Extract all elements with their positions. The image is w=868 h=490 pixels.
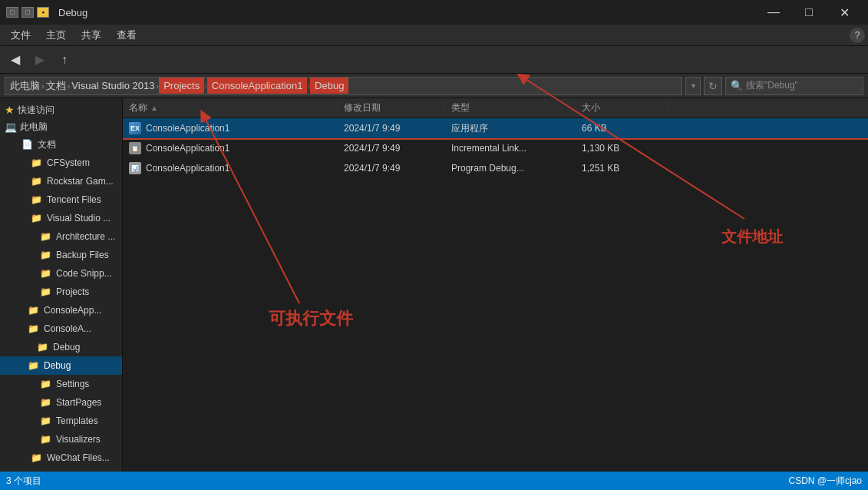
sidebar-debug-sub[interactable]: 📁 Debug	[0, 338, 122, 356]
sidebar-rockstar[interactable]: 📁 Rockstar Gam...	[0, 172, 122, 190]
col-header-name[interactable]: 名称 ▲	[123, 98, 338, 118]
file-row-pdb[interactable]: 📊 ConsoleApplication1 2024/1/7 9:49 Prog…	[123, 158, 868, 178]
folder-icon-docs: 📄	[21, 139, 33, 150]
tb-icon-3: ▪	[37, 7, 49, 18]
file-size-link: 1,130 KB	[576, 138, 668, 158]
sidebar-quick-access[interactable]: ★ 快速访问	[0, 101, 122, 118]
sidebar-start-label: StartPages	[56, 397, 101, 408]
maximize-button[interactable]: □	[791, 0, 827, 25]
file-size-exe-text: 66 KB	[582, 123, 607, 134]
folder-icon-vs: 📁	[31, 213, 42, 223]
file-type-pdb: Program Debug...	[445, 158, 576, 178]
sidebar-this-pc[interactable]: 💻 此电脑	[0, 118, 122, 135]
minimize-button[interactable]: —	[756, 0, 791, 25]
sidebar-consoleapp1[interactable]: 📁 ConsoleApp...	[0, 301, 122, 319]
path-segment-debug: Debug	[312, 79, 347, 92]
address-dropdown[interactable]: ▾	[685, 77, 701, 95]
up-button[interactable]: ↑	[54, 50, 75, 70]
file-type-exe: 应用程序	[445, 118, 576, 138]
sidebar-settings[interactable]: 📁 Settings	[0, 375, 122, 393]
folder-icon-rock: 📁	[31, 176, 42, 187]
back-button[interactable]: ◀	[5, 50, 26, 70]
status-brand: CSDN @一师cjao	[788, 475, 862, 488]
forward-button[interactable]: ▶	[29, 50, 51, 70]
path-sep-3: ›	[157, 81, 160, 91]
window-controls: — □ ✕	[756, 0, 862, 25]
file-list: EX ConsoleApplication1 2024/1/7 9:49 应用程…	[123, 118, 868, 472]
sidebar-startpages[interactable]: 📁 StartPages	[0, 393, 122, 412]
sidebar-documents[interactable]: 📄 文档	[0, 135, 122, 154]
folder-icon-settings: 📁	[40, 379, 51, 389]
path-segment-consoleapp: ConsoleApplication1	[209, 79, 306, 92]
file-name-pdb: 📊 ConsoleApplication1	[123, 158, 338, 178]
sidebar-architecture[interactable]: 📁 Architecture ...	[0, 227, 122, 246]
sidebar-projects-label: Projects	[56, 286, 89, 297]
path-segment-pc: 此电脑	[10, 79, 40, 93]
folder-icon-ca1: 📁	[28, 305, 39, 316]
file-type-link-text: Incremental Link...	[451, 143, 526, 154]
sidebar-wechat[interactable]: 📁 WeChat Files...	[0, 449, 122, 467]
sidebar-visualizers[interactable]: 📁 Visualizers	[0, 430, 122, 449]
sidebar-debug-selected[interactable]: 📁 Debug	[0, 356, 122, 375]
menu-view[interactable]: 查看	[109, 26, 144, 45]
file-date-pdb: 2024/1/7 9:49	[338, 158, 445, 178]
sidebar-tencent-label: Tencent Files	[47, 194, 101, 205]
address-path[interactable]: 此电脑 › 文档 › Visual Studio 2013 › Projects…	[5, 77, 682, 95]
file-row-link[interactable]: 📋 ConsoleApplication1 2024/1/7 9:49 Incr…	[123, 138, 868, 158]
folder-icon-ca: 📁	[28, 323, 39, 334]
sidebar-tencent[interactable]: 📁 Tencent Files	[0, 190, 122, 209]
sidebar-code-snippets[interactable]: 📁 Code Snipp...	[0, 264, 122, 283]
tb-icon-1: □	[6, 7, 18, 18]
address-bar: 此电脑 › 文档 › Visual Studio 2013 › Projects…	[0, 74, 868, 98]
sidebar-consolea[interactable]: 📁 ConsoleA...	[0, 319, 122, 338]
file-size-link-text: 1,130 KB	[582, 143, 619, 154]
sidebar-debug-sel-label: Debug	[44, 360, 71, 371]
col-header-type[interactable]: 类型	[445, 98, 576, 118]
refresh-button[interactable]: ↻	[704, 77, 722, 95]
sidebar-wechat-label: WeChat Files...	[47, 452, 110, 463]
sidebar-projects[interactable]: 📁 Projects	[0, 283, 122, 301]
col-header-size[interactable]: 大小	[576, 98, 668, 118]
main-area: ★ 快速访问 💻 此电脑 📄 文档 📁 CFSystem 📁 Rockstar …	[0, 98, 868, 472]
sidebar-ca1-label: ConsoleApp...	[44, 305, 101, 316]
sidebar-snip-label: Code Snipp...	[56, 268, 112, 279]
close-button[interactable]: ✕	[827, 0, 862, 25]
folder-icon-arch: 📁	[40, 231, 51, 242]
folder-icon-snip: 📁	[40, 268, 51, 279]
sidebar-cfsystem[interactable]: 📁 CFSystem	[0, 154, 122, 172]
link-icon: 📋	[129, 142, 141, 154]
path-sep-2: ›	[68, 81, 71, 91]
file-date-pdb-text: 2024/1/7 9:49	[344, 163, 400, 174]
help-icon[interactable]: ?	[850, 28, 865, 43]
menu-home[interactable]: 主页	[38, 26, 74, 45]
sidebar-cfsystem-label: CFSystem	[47, 157, 90, 168]
sidebar-documents-label: 文档	[38, 138, 56, 151]
file-size-pdb: 1,251 KB	[576, 158, 668, 178]
sidebar-quick-access-label: 快速访问	[18, 104, 54, 117]
path-sep-1: ›	[41, 81, 45, 91]
folder-icon-backup: 📁	[40, 250, 51, 260]
path-segment-docs: 文档	[46, 79, 66, 93]
search-placeholder: 搜索"Debug"	[746, 79, 798, 92]
menu-share[interactable]: 共享	[74, 26, 109, 45]
file-row-exe[interactable]: EX ConsoleApplication1 2024/1/7 9:49 应用程…	[123, 118, 868, 138]
title-bar: □ □ ▪ Debug — □ ✕	[0, 0, 868, 25]
sidebar-backup[interactable]: 📁 Backup Files	[0, 246, 122, 264]
path-sep-4: ›	[204, 81, 207, 91]
toolbar: ◀ ▶ ↑	[0, 46, 868, 74]
sidebar-templates[interactable]: 📁 Templates	[0, 412, 122, 430]
col-size-label: 大小	[582, 101, 600, 114]
col-header-date[interactable]: 修改日期	[338, 98, 445, 118]
sidebar-visual-studio[interactable]: 📁 Visual Studio ...	[0, 209, 122, 227]
menu-file[interactable]: 文件	[3, 26, 38, 45]
file-name-exe: EX ConsoleApplication1	[123, 118, 338, 138]
file-name-exe-text: ConsoleApplication1	[146, 123, 229, 134]
search-box[interactable]: 🔍 搜索"Debug"	[725, 77, 863, 95]
file-area: 名称 ▲ 修改日期 类型 大小 EX ConsoleAp	[123, 98, 868, 472]
status-bar: 3 个项目 CSDN @一师cjao	[0, 472, 868, 490]
folder-icon-start: 📁	[40, 397, 51, 408]
exe-icon: EX	[129, 122, 141, 134]
folder-icon-cf: 📁	[31, 157, 42, 168]
folder-icon-tencent: 📁	[31, 194, 42, 205]
folder-icon-projects: 📁	[40, 286, 51, 297]
